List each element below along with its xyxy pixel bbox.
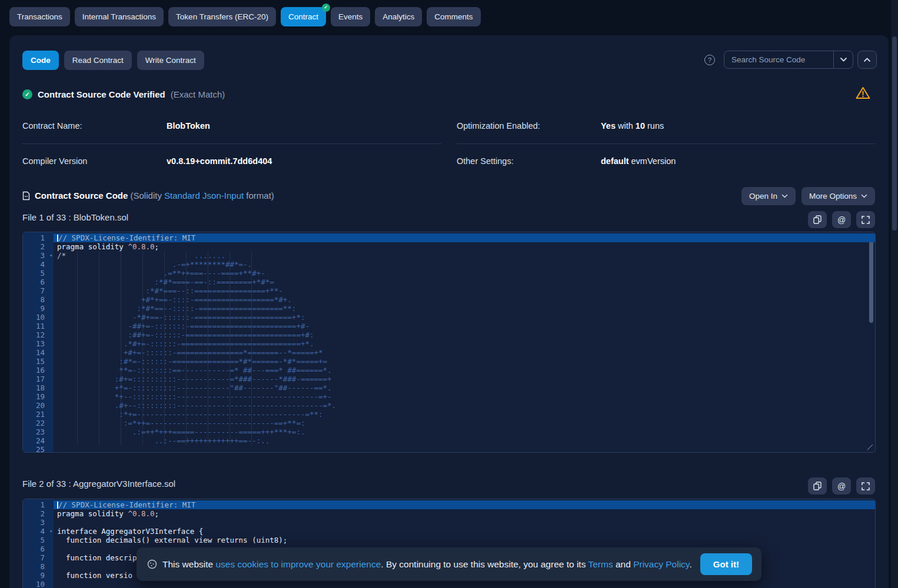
- line-content: function decimals() external view return…: [54, 536, 875, 544]
- code-line: 18 +*=-::::::::::------------"##-------"…: [23, 383, 875, 392]
- contract-subtabs: CodeRead ContractWrite Contract: [22, 51, 204, 70]
- verified-match-type: (Exact Match): [171, 89, 225, 99]
- tab-token-transfers[interactable]: Token Transfers (ERC-20): [168, 7, 276, 26]
- line-number: 25: [23, 445, 54, 453]
- compiler-version-value: v0.8.19+commit.7dd6d404: [167, 156, 272, 166]
- line-number: 22: [23, 419, 54, 427]
- file-1-caption: File 1 of 33 : BlobToken.sol: [22, 212, 128, 222]
- line-number: 5: [23, 269, 54, 278]
- cookie-banner: This website uses cookies to improve you…: [137, 547, 761, 581]
- code-line: 7 :*#*===--::================+**-: [23, 286, 875, 295]
- line-content: +#+=-::::::-===============*=======--*==…: [54, 348, 875, 357]
- line-number: 24: [23, 436, 54, 445]
- other-settings-label: Other Settings:: [457, 156, 514, 166]
- line-content: // SPDX-License-Identifier: MIT: [54, 233, 875, 242]
- line-number: 2: [23, 242, 54, 251]
- search-source-code-input[interactable]: [724, 51, 833, 68]
- permalink-icon[interactable]: @: [832, 477, 851, 495]
- page-scrollbar-thumb[interactable]: [892, 36, 897, 230]
- line-content: +*=-::::::::::------------"##-------"##-…: [54, 383, 875, 392]
- source-search-cluster: ?: [704, 51, 877, 69]
- code-line: 3▾/* .......: [23, 251, 875, 260]
- contract-panel: CodeRead ContractWrite Contract ? ✓ Cont…: [9, 35, 889, 588]
- subtab-code[interactable]: Code: [22, 51, 59, 70]
- code-line: 4▾interface AggregatorV3Interface {: [23, 527, 875, 536]
- code-line: 25: [23, 445, 875, 453]
- code-line: 13 .*#+=-::::::-========================…: [23, 339, 875, 348]
- verified-title: Contract Source Code Verified: [38, 89, 165, 99]
- line-content: pragma solidity ^0.8.0;: [54, 509, 875, 518]
- line-content: **=-::::::::==-----------=* ##---===* ##…: [54, 366, 875, 375]
- source-code-heading-text: Contract Source Code (Solidity Standard …: [35, 191, 274, 201]
- code-line: 2pragma solidity ^0.8.0;: [23, 509, 875, 518]
- code-line: 3: [23, 518, 875, 527]
- line-number: 10: [23, 580, 54, 588]
- line-content: [54, 518, 875, 527]
- help-icon[interactable]: ?: [704, 55, 715, 65]
- line-number: 23: [23, 427, 54, 436]
- optimization-label: Optimization Enabled:: [457, 121, 540, 131]
- warning-icon: [855, 86, 871, 100]
- file-2-caption: File 2 of 33 : AggregatorV3Interface.sol: [22, 479, 175, 489]
- code-line: 21 :*+=---------------------------------…: [23, 410, 875, 419]
- contract-name-label: Contract Name:: [22, 121, 82, 131]
- line-number: 2: [23, 509, 54, 518]
- copy-source-button[interactable]: [808, 211, 827, 228]
- line-number: 4: [23, 260, 54, 269]
- code-lines: 1// SPDX-License-Identifier: MIT2pragma …: [23, 232, 875, 453]
- code-line: 9 :*#*==--:::::-===================**:: [23, 304, 875, 313]
- code-line: 5 function decimals() external view retu…: [23, 536, 875, 544]
- fullscreen-button[interactable]: [856, 211, 875, 228]
- line-number: 1: [23, 500, 54, 509]
- more-options-button[interactable]: More Options: [801, 187, 875, 205]
- tab-internal-transactions[interactable]: Internal Transactions: [75, 7, 164, 26]
- line-content: /* .......: [54, 251, 875, 260]
- tab-contract[interactable]: Contract✓: [281, 7, 326, 26]
- code-line: 15 :#*=-::::::-===============*#*======-…: [23, 357, 875, 366]
- code-line: 23 .:=++*+++=====----------=====+++***+=…: [23, 427, 875, 436]
- source-code-heading: Contract Source Code (Solidity Standard …: [22, 191, 274, 201]
- line-number: 6: [23, 544, 54, 553]
- code-line: 12 :##+=-::::::-========================…: [23, 330, 875, 339]
- tab-bar: TransactionsInternal TransactionsToken T…: [9, 7, 481, 26]
- code-line: 1// SPDX-License-Identifier: MIT: [23, 233, 875, 242]
- fold-arrow-icon[interactable]: ▾: [49, 251, 52, 260]
- source-header-buttons: Open In More Options: [741, 187, 875, 205]
- fullscreen-button[interactable]: [856, 477, 875, 495]
- line-content: -*#+==-::::::-======================+*:: [54, 313, 875, 322]
- search-prev-match-button[interactable]: [857, 51, 877, 69]
- verified-check-icon: ✓: [22, 89, 32, 99]
- cookie-accept-button[interactable]: Got it!: [700, 553, 752, 575]
- line-content: pragma solidity ^0.8.0;: [54, 242, 875, 251]
- cookie-icon: [147, 559, 157, 569]
- line-content: :#*=-::::::-===============*#*======-*#*…: [54, 357, 875, 366]
- tab-comments[interactable]: Comments: [427, 7, 480, 26]
- permalink-icon[interactable]: @: [832, 211, 851, 228]
- fullscreen-icon: [862, 482, 870, 490]
- search-next-match-button[interactable]: [833, 51, 853, 68]
- line-content: :##+=-::::::-==========================+…: [54, 330, 875, 339]
- line-number: 14: [23, 348, 54, 357]
- other-settings-value: default evmVersion: [601, 156, 676, 166]
- file-1-actions: @: [808, 211, 875, 228]
- tab-analytics[interactable]: Analytics: [375, 7, 422, 26]
- source-code-editor-1[interactable]: 1// SPDX-License-Identifier: MIT2pragma …: [22, 232, 876, 453]
- line-content: .#+--:::::::::--------------------------…: [54, 401, 875, 410]
- open-in-button[interactable]: Open In: [741, 187, 796, 205]
- fold-arrow-icon[interactable]: ▾: [49, 527, 52, 536]
- subtab-write-contract[interactable]: Write Contract: [137, 51, 204, 70]
- copy-source-button[interactable]: [808, 477, 827, 495]
- tab-events[interactable]: Events: [331, 7, 370, 26]
- contract-name-value: BlobToken: [167, 121, 210, 131]
- line-content: [54, 580, 875, 588]
- line-content: .:=++*+++=====----------=====+++***+=:.: [54, 427, 875, 436]
- code-line: 20 .#+--:::::::::-----------------------…: [23, 401, 875, 410]
- subtab-read-contract[interactable]: Read Contract: [64, 51, 132, 70]
- chevron-down-icon: [840, 57, 847, 62]
- line-content: -##+=-:::::::-========================+#…: [54, 322, 875, 330]
- line-content: :*#*====-==-::========+*#*=: [54, 278, 875, 286]
- line-number: 10: [23, 313, 54, 322]
- line-number: 8: [23, 295, 54, 304]
- tab-transactions[interactable]: Transactions: [9, 7, 70, 26]
- page-scrollbar[interactable]: [891, 0, 898, 588]
